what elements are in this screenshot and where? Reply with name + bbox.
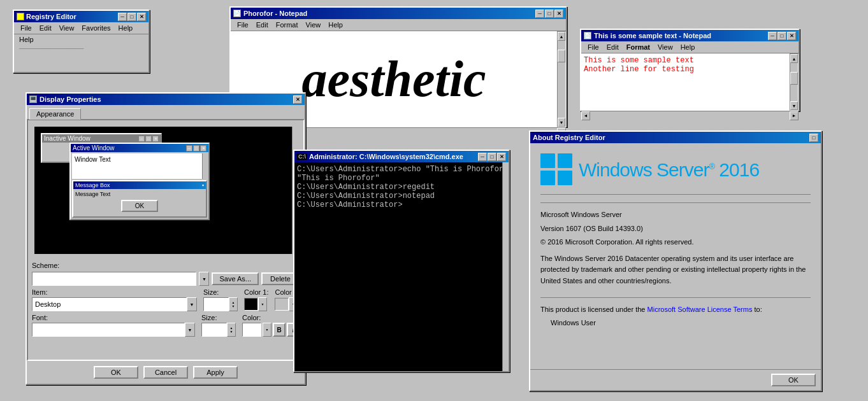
registry-menu-bar: File Edit View Favorites Help bbox=[14, 22, 148, 34]
active-min: ─ bbox=[186, 145, 192, 151]
maximize-button[interactable]: □ bbox=[127, 13, 136, 21]
scroll-thumb[interactable] bbox=[790, 72, 798, 85]
scheme-input[interactable] bbox=[32, 272, 196, 286]
cmd-line-7: C:\Users\Administrator> bbox=[297, 200, 500, 209]
color1-column: Color 1: ▼ bbox=[244, 288, 269, 311]
display-props-title: Display Properties bbox=[40, 95, 101, 103]
about-ok-button[interactable]: OK bbox=[771, 374, 816, 386]
menu-file[interactable]: File bbox=[17, 24, 36, 32]
menu-file[interactable]: File bbox=[233, 20, 252, 29]
menu-view[interactable]: View bbox=[55, 24, 78, 32]
font-color-label: Color: bbox=[242, 314, 300, 321]
windows-logo-icon bbox=[540, 153, 572, 186]
font-size-spinner[interactable]: ▲ ▼ bbox=[227, 323, 236, 337]
scroll-left[interactable]: ◄ bbox=[581, 111, 590, 120]
scroll-up-arrow[interactable]: ▲ bbox=[558, 32, 565, 41]
item-input[interactable]: Desktop bbox=[32, 297, 187, 311]
save-as-button[interactable]: Save As... bbox=[212, 272, 259, 285]
cmd-line-3: C:\Users\Administrator>regedit bbox=[297, 183, 500, 192]
menu-help[interactable]: Help bbox=[677, 43, 699, 52]
notepad-phorofor-controls: ─ □ ✕ bbox=[535, 10, 563, 18]
font-dropdown-btn[interactable]: ▼ bbox=[185, 323, 195, 337]
vertical-scrollbar[interactable]: ▲ ▼ bbox=[790, 53, 799, 111]
size-input[interactable] bbox=[203, 297, 229, 311]
menu-edit[interactable]: Edit bbox=[603, 43, 623, 52]
bold-button[interactable]: B bbox=[273, 323, 286, 337]
color2-swatch[interactable] bbox=[275, 298, 289, 311]
menu-format[interactable]: Format bbox=[623, 43, 654, 52]
registry-editor-title: Registry Editor bbox=[26, 13, 76, 20]
font-label: Font: bbox=[32, 314, 195, 321]
color1-arrow[interactable]: ▼ bbox=[261, 302, 264, 306]
inactive-min: ─ bbox=[138, 136, 145, 142]
windows-logo-svg bbox=[540, 153, 572, 185]
color1-dropdown[interactable]: ▼ bbox=[258, 297, 267, 311]
font-color-dropdown[interactable]: ▼ bbox=[263, 323, 271, 337]
about-controls: □ bbox=[809, 134, 818, 142]
size-spinner[interactable]: ▲ ▼ bbox=[229, 297, 238, 311]
tab-content-appearance: Inactive Window ─ □ ✕ Active Window bbox=[27, 119, 305, 361]
cmd-scrollbar[interactable] bbox=[502, 162, 509, 371]
minimize-button[interactable]: ─ bbox=[768, 32, 777, 40]
active-window-content: Window Text bbox=[72, 153, 207, 179]
minimize-button[interactable]: ─ bbox=[478, 153, 487, 161]
item-input-row: Desktop ▼ bbox=[32, 297, 197, 311]
preview-ok-button[interactable]: OK bbox=[121, 200, 158, 212]
registry-icon bbox=[17, 13, 24, 20]
minimize-button[interactable]: ─ bbox=[118, 13, 127, 21]
scroll-down-arrow[interactable]: ▼ bbox=[558, 118, 565, 127]
close-button[interactable]: ✕ bbox=[293, 95, 302, 104]
item-dropdown-btn[interactable]: ▼ bbox=[187, 297, 197, 311]
windows-year: 2016 bbox=[719, 159, 759, 180]
apply-button[interactable]: Apply bbox=[193, 366, 238, 379]
display-props-body: Appearance Inactive Window ─ □ ✕ bbox=[27, 105, 305, 384]
minimize-button[interactable]: ─ bbox=[535, 10, 544, 18]
copyright: © 2016 Microsoft Corporation. All rights… bbox=[540, 237, 811, 248]
color1-swatch[interactable] bbox=[244, 298, 258, 311]
product-name: Microsoft Windows Server bbox=[540, 209, 811, 221]
notepad-sample-body: This is some sample text Another line fo… bbox=[581, 53, 799, 111]
license-prefix: This product is licensed under the bbox=[540, 306, 647, 313]
tab-appearance[interactable]: Appearance bbox=[29, 108, 81, 120]
scheme-row: Scheme: bbox=[32, 262, 300, 269]
menu-edit[interactable]: Edit bbox=[36, 24, 55, 32]
cancel-button[interactable]: Cancel bbox=[143, 366, 188, 379]
message-box: Message Box ▪ Message Text OK bbox=[72, 180, 207, 218]
scroll-right[interactable]: ► bbox=[790, 111, 799, 120]
font-size-down[interactable]: ▼ bbox=[230, 330, 233, 334]
font-color-swatch[interactable] bbox=[242, 323, 261, 337]
menu-file[interactable]: File bbox=[584, 43, 603, 52]
close-button[interactable]: ✕ bbox=[787, 32, 796, 40]
license-link[interactable]: Microsoft Software License Terms bbox=[647, 306, 753, 313]
font-size-input[interactable] bbox=[201, 323, 227, 337]
menu-format[interactable]: Format bbox=[272, 20, 302, 29]
cmd-content[interactable]: C:\Users\Administrator>echo "This is Pho… bbox=[294, 162, 502, 371]
spinner-down[interactable]: ▼ bbox=[231, 304, 235, 308]
menu-help[interactable]: Help bbox=[324, 20, 347, 29]
cmd-line-5: C:\Users\Administrator>notepad bbox=[297, 192, 500, 200]
ok-button[interactable]: OK bbox=[94, 366, 138, 379]
menu-view[interactable]: View bbox=[302, 20, 325, 29]
maximize-button[interactable]: □ bbox=[545, 10, 554, 18]
maximize-button[interactable]: □ bbox=[778, 32, 786, 40]
maximize-button[interactable]: □ bbox=[809, 134, 818, 142]
inactive-title-text: Inactive Window bbox=[44, 135, 90, 142]
menu-view[interactable]: View bbox=[654, 43, 677, 52]
display-properties-window: 🖥️ Display Properties ✕ Appearance Inact… bbox=[25, 92, 306, 385]
vertical-scrollbar[interactable]: ▲ ▼ bbox=[557, 31, 566, 127]
close-button[interactable]: ✕ bbox=[137, 13, 146, 21]
maximize-button[interactable]: □ bbox=[488, 153, 496, 161]
font-input[interactable] bbox=[32, 323, 185, 337]
close-button[interactable]: ✕ bbox=[554, 10, 563, 18]
notepad-sample-content[interactable]: This is some sample text Another line fo… bbox=[581, 53, 790, 111]
menu-help[interactable]: Help bbox=[115, 24, 137, 32]
registry-status: ───────────── bbox=[14, 45, 148, 52]
menu-edit[interactable]: Edit bbox=[252, 20, 272, 29]
scheme-dropdown-btn[interactable]: ▼ bbox=[199, 272, 209, 286]
scroll-thumb[interactable] bbox=[558, 50, 565, 62]
menu-favorites[interactable]: Favorites bbox=[78, 24, 114, 32]
message-box-close: ▪ bbox=[202, 182, 204, 188]
close-button[interactable]: ✕ bbox=[497, 153, 506, 161]
scroll-up[interactable]: ▲ bbox=[790, 54, 798, 63]
scroll-down[interactable]: ▼ bbox=[790, 101, 798, 110]
